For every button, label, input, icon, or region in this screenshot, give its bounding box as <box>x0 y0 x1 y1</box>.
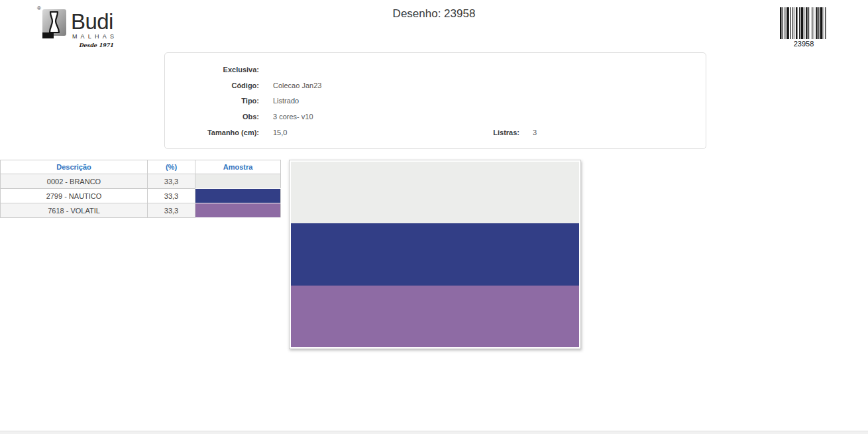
table-header-row: Descrição (%) Amostra <box>1 160 281 174</box>
cell-color-swatch <box>195 174 281 189</box>
brand-since: Desde 1971 <box>79 42 117 48</box>
design-info-panel: Exclusiva:Código:Colecao Jan23Tipo:Listr… <box>164 52 706 149</box>
table-row: 0002 - BRANCO33,3 <box>1 174 281 189</box>
info-field-label: Código: <box>165 81 259 89</box>
column-header-percent: (%) <box>148 160 195 174</box>
info-field-label: Tipo: <box>165 97 259 105</box>
footer-divider <box>0 431 868 434</box>
color-composition-table: Descrição (%) Amostra 0002 - BRANCO33,32… <box>0 160 281 218</box>
info-field-label: Obs: <box>165 113 259 121</box>
cell-percent: 33,3 <box>148 174 195 189</box>
info-field-value: Colecao Jan23 <box>273 81 321 89</box>
cell-color-swatch <box>195 189 281 203</box>
pattern-stripe <box>291 223 579 285</box>
page-title: Desenho: 23958 <box>0 7 868 21</box>
info-field-value: 3 cores- v10 <box>273 113 313 121</box>
cell-percent: 33,3 <box>148 203 195 218</box>
brand-subtitle: MALHAS <box>72 33 117 40</box>
stripe-pattern-preview <box>289 160 581 349</box>
listras-value: 3 <box>533 129 537 136</box>
info-field-row: Código:Colecao Jan23 <box>165 78 706 93</box>
cell-descricao: 7618 - VOLATIL <box>1 203 148 218</box>
column-header-descricao: Descrição <box>1 160 148 174</box>
info-field-listras: Listras: 3 <box>165 125 706 140</box>
table-row: 2799 - NAUTICO33,3 <box>1 189 281 203</box>
cell-descricao: 2799 - NAUTICO <box>1 189 148 203</box>
column-header-amostra: Amostra <box>195 160 281 174</box>
barcode-icon <box>780 7 828 39</box>
info-field-row: Tipo:Listrado <box>165 93 706 109</box>
cell-color-swatch <box>195 203 281 218</box>
listras-label: Listras: <box>165 129 519 136</box>
cell-descricao: 0002 - BRANCO <box>1 174 148 189</box>
pattern-stripe <box>291 286 579 347</box>
cell-percent: 33,3 <box>148 189 195 203</box>
info-field-row: Obs:3 cores- v10 <box>165 109 706 125</box>
info-field-label: Exclusiva: <box>165 66 259 74</box>
barcode-value: 23958 <box>780 40 828 48</box>
pattern-stripe <box>291 162 579 223</box>
info-field-row: Exclusiva: <box>165 62 706 78</box>
barcode: 23958 <box>780 7 828 48</box>
table-row: 7618 - VOLATIL33,3 <box>1 203 281 218</box>
info-field-value: Listrado <box>273 97 299 105</box>
